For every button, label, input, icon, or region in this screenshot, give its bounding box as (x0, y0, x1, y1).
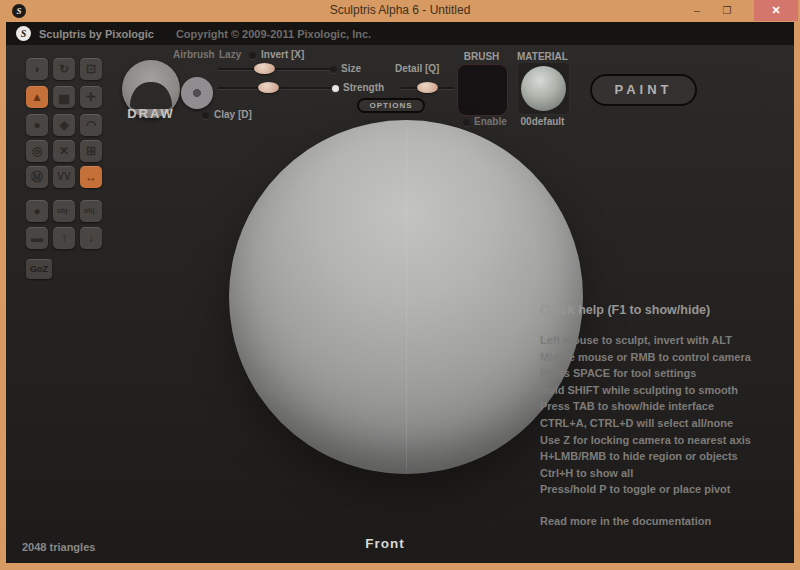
brush-section-label: BRUSH (457, 51, 506, 62)
invert-checkbox[interactable] (249, 52, 256, 59)
strength-label: Strength (343, 82, 384, 93)
options-button[interactable]: OPTIONS (357, 98, 425, 113)
tool-reduce-brush-button[interactable]: ◎ (26, 140, 48, 162)
tool-pinch-button[interactable]: ◆ (53, 114, 75, 136)
paint-mode-button[interactable]: PAINT (590, 74, 697, 106)
detail-slider-handle[interactable] (417, 82, 438, 93)
export-obj-button[interactable]: obj↓ (80, 200, 102, 222)
close-button[interactable]: ✕ (754, 0, 798, 21)
tool-rotate-button[interactable]: ↻ (53, 58, 75, 80)
titlebar: S Sculptris Alpha 6 - Untitled – ❐ ✕ (0, 0, 800, 22)
sculpt-sphere-model[interactable] (229, 120, 583, 474)
lazy-label: Lazy (219, 49, 241, 60)
invert-label: Invert [X] (261, 49, 304, 60)
brush-enable-checkbox[interactable] (463, 119, 470, 126)
tool-sidebar: ◗ ↻ ⊡ ▲ ▅ ✛ ● ◆ ◠ ◎ ✕ ⊞ Ⓜ VV ↔ (26, 58, 112, 279)
material-name: 00default (511, 116, 574, 127)
app-window: S Sculptris Alpha 6 - Untitled – ❐ ✕ S S… (0, 0, 800, 570)
help-line: CTRL+A, CTRL+D will select all/none (540, 415, 786, 432)
minimize-button[interactable]: – (682, 0, 712, 21)
import-obj-button[interactable]: obj↑ (53, 200, 75, 222)
sculptris-logo-icon: S (16, 26, 31, 41)
help-line: Middle mouse or RMB to control camera (540, 349, 786, 366)
brush-texture-slot[interactable] (457, 64, 508, 116)
tool-smooth-button[interactable]: ◠ (80, 114, 102, 136)
tool-scale-button[interactable]: ⊡ (80, 58, 102, 80)
tool-inflate-button[interactable]: ● (26, 114, 48, 136)
help-line: Hold SHIFT while sculpting to smooth (540, 382, 786, 399)
size-label: Size (341, 63, 361, 74)
new-sphere-button[interactable]: ● (26, 200, 48, 222)
brush-enable-label: Enable (474, 116, 507, 127)
strength-slider[interactable] (218, 82, 330, 93)
size-slider-handle[interactable] (254, 63, 275, 74)
airbrush-label: Airbrush (173, 49, 215, 60)
airbrush-nozzle-button[interactable] (181, 77, 213, 109)
size-slider[interactable] (218, 63, 330, 74)
quick-help-panel: Quick help (F1 to show/hide) Left mouse … (540, 303, 786, 527)
clay-checkbox[interactable] (202, 112, 209, 119)
help-line: Press/hold P to toggle or place pivot (540, 481, 786, 498)
symmetry-seam-line (406, 127, 407, 470)
material-selector[interactable] (517, 62, 570, 115)
save-file-button[interactable]: ↓ (80, 227, 102, 249)
brand-name: Sculptris by Pixologic (39, 28, 154, 40)
detail-slider[interactable] (400, 82, 454, 93)
quick-help-title: Quick help (F1 to show/hide) (540, 303, 786, 317)
material-preview-icon (521, 66, 566, 111)
help-line: Press TAB to show/hide interface (540, 398, 786, 415)
help-line: Ctrl+H to show all (540, 465, 786, 482)
help-line: Use Z for locking camera to nearest axis (540, 432, 786, 449)
help-line: Left mouse to sculpt, invert with ALT (540, 332, 786, 349)
open-file-button[interactable]: ↑ (53, 227, 75, 249)
strength-radio[interactable] (332, 85, 339, 92)
maximize-button[interactable]: ❐ (712, 0, 742, 21)
help-line: H+LMB/RMB to hide region or objects (540, 448, 786, 465)
brand-bar: S Sculptris by Pixologic Copyright © 200… (6, 22, 794, 45)
tool-crease-button[interactable]: ◗ (26, 58, 48, 80)
tool-draw-button[interactable]: ▲ (26, 86, 48, 108)
help-footer: Read more in the documentation (540, 515, 786, 527)
active-tool-label: DRAW (112, 106, 190, 121)
window-title: Sculptris Alpha 6 - Untitled (0, 3, 800, 17)
copyright-text: Copyright © 2009-2011 Pixologic, Inc. (176, 28, 371, 40)
app-content: S Sculptris by Pixologic Copyright © 200… (6, 22, 794, 563)
detail-label: Detail [Q] (395, 63, 439, 74)
tool-flatten-button[interactable]: ▅ (53, 86, 75, 108)
tool-symmetry-button[interactable]: ↔ (80, 166, 102, 188)
tool-subdivide-all-button[interactable]: ⊞ (80, 140, 102, 162)
material-section-label: MATERIAL (517, 51, 568, 62)
tool-wireframe-button[interactable]: VV (53, 166, 75, 188)
size-radio[interactable] (330, 66, 337, 73)
new-plane-button[interactable]: ▬ (26, 227, 48, 249)
clay-label: Clay [D] (214, 109, 252, 120)
brush-alpha-icon (130, 82, 172, 109)
tool-mask-button[interactable]: Ⓜ (26, 166, 48, 188)
view-orientation-label: Front (6, 536, 764, 551)
tool-reduce-selected-button[interactable]: ✕ (53, 140, 75, 162)
tool-grab-button[interactable]: ✛ (80, 86, 102, 108)
help-line: Press SPACE for tool settings (540, 365, 786, 382)
strength-slider-handle[interactable] (258, 82, 279, 93)
goz-button[interactable]: GoZ (26, 259, 52, 279)
